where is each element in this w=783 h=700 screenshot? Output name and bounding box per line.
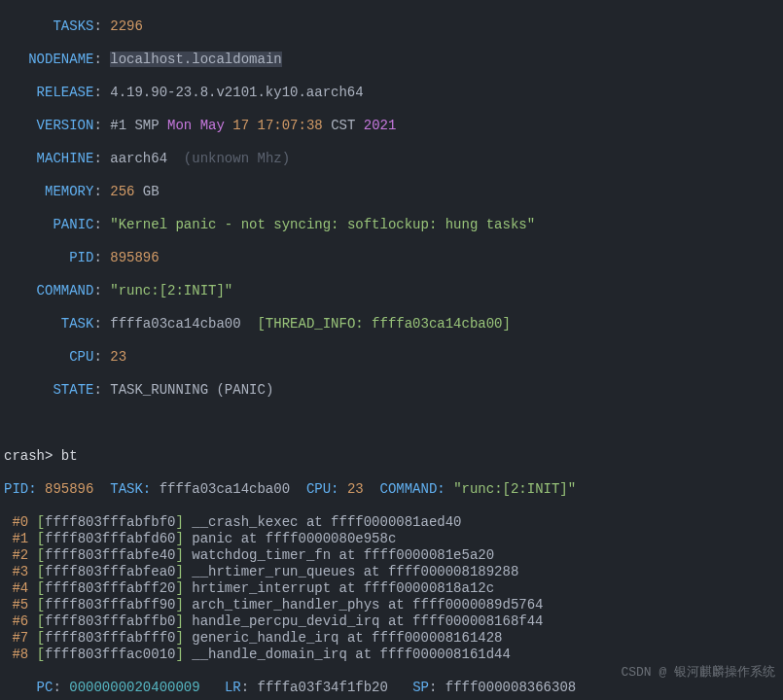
state-label: STATE bbox=[53, 382, 93, 398]
release-line: RELEASE: 4.19.90-23.8.v2101.ky10.aarch64 bbox=[4, 85, 779, 101]
bt-command-line[interactable]: crash> bt bbox=[4, 448, 779, 465]
blank-line bbox=[4, 415, 779, 432]
command-line: COMMAND: "runc:[2:INIT]" bbox=[4, 283, 779, 299]
stack-frame: #5 [ffff803fffabff90] arch_timer_handler… bbox=[4, 597, 779, 613]
stack-frame: #3 [ffff803fffabfea0] __hrtimer_run_queu… bbox=[4, 564, 779, 580]
stack-frame: #6 [ffff803fffabffb0] handle_percpu_devi… bbox=[4, 613, 779, 630]
pid-line: PID: 895896 bbox=[4, 250, 779, 266]
panic-label: PANIC bbox=[53, 217, 93, 232]
memory-label: MEMORY bbox=[45, 184, 93, 199]
release-label: RELEASE bbox=[37, 85, 94, 100]
tasks-label: TASKS bbox=[53, 18, 93, 34]
machine-line: MACHINE: aarch64 (unknown Mhz) bbox=[4, 151, 779, 167]
state-line: STATE: TASK_RUNNING (PANIC) bbox=[4, 382, 779, 399]
stack-frame: #1 [ffff803fffabfd60] panic at ffff00000… bbox=[4, 531, 779, 547]
state-value: TASK_RUNNING (PANIC) bbox=[110, 382, 273, 398]
tasks-line: TASKS: 2296 bbox=[4, 18, 779, 35]
version-line: VERSION: #1 SMP Mon May 17 17:07:38 CST … bbox=[4, 118, 779, 134]
command-label: COMMAND bbox=[37, 283, 94, 298]
version-label: VERSION bbox=[37, 118, 94, 133]
task-line: TASK: ffffa03ca14cba00 [THREAD_INFO: fff… bbox=[4, 316, 779, 332]
bt-command: bt bbox=[61, 448, 78, 464]
nodename-label: NODENAME bbox=[28, 52, 93, 67]
release-value: 4.19.90-23.8.v2101.ky10.aarch64 bbox=[110, 85, 363, 100]
nodename-line: NODENAME: localhost.localdomain bbox=[4, 52, 779, 68]
stack-frame: #4 [ffff803fffabff20] hrtimer_interrupt … bbox=[4, 580, 779, 597]
pid-value: 895896 bbox=[110, 250, 159, 265]
watermark-text: CSDN @ 银河麒麟操作系统 bbox=[621, 664, 775, 681]
panic-value: "Kernel panic - not syncing: softlockup:… bbox=[110, 217, 535, 232]
cpu-label: CPU bbox=[69, 349, 93, 365]
pid-label: PID bbox=[69, 250, 93, 265]
command-value: "runc:[2:INIT]" bbox=[110, 283, 232, 298]
bt-header-line: PID: 895896 TASK: ffffa03ca14cba00 CPU: … bbox=[4, 481, 779, 498]
stack-frame: #0 [ffff803fffabfbf0] __crash_kexec at f… bbox=[4, 514, 779, 531]
task-label: TASK bbox=[61, 316, 94, 332]
terminal-output: TASKS: 2296 NODENAME: localhost.localdom… bbox=[0, 0, 783, 700]
regs-pc-line: PC: 0000000020400009 LR: ffffa03f34f1fb2… bbox=[4, 680, 779, 696]
cpu-value: 23 bbox=[110, 349, 126, 365]
memory-line: MEMORY: 256 GB bbox=[4, 184, 779, 200]
cpu-line: CPU: 23 bbox=[4, 349, 779, 366]
nodename-value: localhost.localdomain bbox=[110, 52, 281, 67]
thread-info: [THREAD_INFO: ffffa03ca14cba00] bbox=[257, 316, 510, 332]
tasks-value: 2296 bbox=[110, 18, 143, 34]
stack-frame: #7 [ffff803fffabfff0] generic_handle_irq… bbox=[4, 630, 779, 647]
stack-frame: #8 [ffff803fffac0010] __handle_domain_ir… bbox=[4, 647, 779, 663]
crash-prompt: crash> bbox=[4, 448, 61, 464]
machine-label: MACHINE bbox=[37, 151, 94, 166]
stack-frame: #2 [ffff803fffabfe40] watchdog_timer_fn … bbox=[4, 547, 779, 564]
panic-line: PANIC: "Kernel panic - not syncing: soft… bbox=[4, 217, 779, 233]
